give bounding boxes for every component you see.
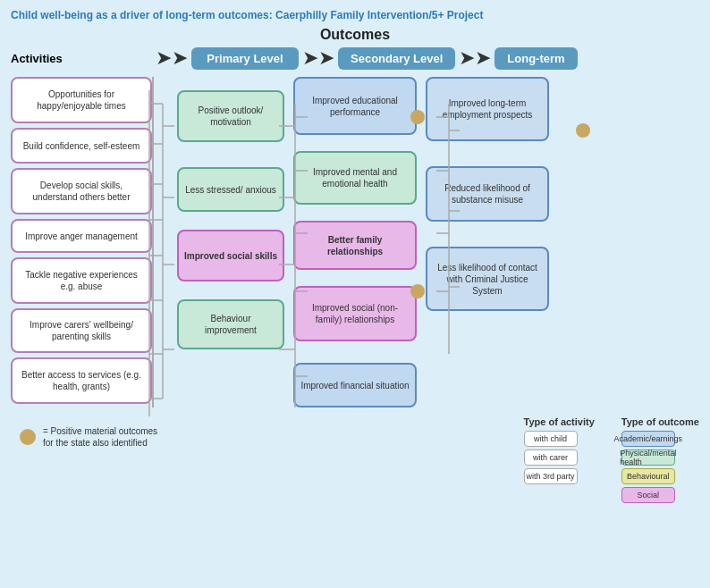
legend-academic: Academic/earnings <box>621 431 699 447</box>
legend-3rdparty: with 3rd party <box>524 468 595 484</box>
activities-header: Activities <box>11 52 152 65</box>
activity-5: Improve carers' wellbeing/ parenting ski… <box>11 308 152 353</box>
legend-type-outcome: Type of outcome Academic/earnings Physic… <box>621 416 699 506</box>
legend-child: with child <box>524 431 595 447</box>
legend-behavioural: Behavioural <box>621 468 699 484</box>
main-container: Child well-being as a driver of long-ter… <box>0 0 710 588</box>
dot-label: = Positive material outcomes for the sta… <box>43 425 159 449</box>
longterm-1: Reduced likelihood of substance misuse <box>426 166 549 222</box>
secondary-column: Improved educational performance Improve… <box>284 77 417 407</box>
legend-carer-box: with carer <box>524 449 578 466</box>
legend-type-activity: Type of activity with child with carer w… <box>524 416 595 487</box>
legend-3rdparty-box: with 3rd party <box>524 468 578 484</box>
secondary-1: Improved mental and emotional health <box>293 151 417 205</box>
header-row: Activities ➤➤ Primary Level ➤➤ Secondary… <box>11 46 699 70</box>
activity-6: Better access to services (e.g. health, … <box>11 357 152 404</box>
secondary-4: Improved financial situation <box>293 363 417 407</box>
svg-point-34 <box>576 123 590 138</box>
primary-0: Positive outlook/ motivation <box>177 90 284 142</box>
legend-physical: Physical/mental health <box>621 449 699 466</box>
diagram-wrapper: Opportunities for happy/enjoyable times … <box>11 77 699 407</box>
type-activity-title: Type of activity <box>524 416 595 427</box>
longterm-2: Less likelihood of contact with Criminal… <box>426 247 549 311</box>
arrow-1: ➤➤ <box>156 46 188 70</box>
page-title: Child well-being as a driver of long-ter… <box>11 9 699 21</box>
legend-physical-box: Physical/mental health <box>621 449 675 466</box>
primary-column: Positive outlook/ motivation Less stress… <box>168 77 284 407</box>
secondary-3: Improved social (non-family) relationshi… <box>293 286 417 341</box>
legend-social: Social <box>621 487 699 503</box>
legend-academic-box: Academic/earnings <box>621 431 675 447</box>
bracket-spacer <box>152 77 168 407</box>
activity-4: Tackle negative experiences e.g. abuse <box>11 257 152 304</box>
primary-header: Primary Level <box>191 47 299 70</box>
legend-behavioural-box: Behavioural <box>621 468 675 484</box>
secondary-2: Better family relationships <box>293 221 417 270</box>
activity-1: Build confidence, self-esteem <box>11 128 152 164</box>
gold-circle-icon <box>20 429 36 445</box>
legend-child-box: with child <box>524 431 578 447</box>
arrow-3: ➤➤ <box>459 46 491 70</box>
longterm-header: Long-term <box>494 47 577 70</box>
secondary-0: Improved educational performance <box>293 77 417 135</box>
primary-3: Behaviour improvement <box>177 299 284 349</box>
arrow-2: ➤➤ <box>302 46 334 70</box>
type-outcome-title: Type of outcome <box>621 416 699 427</box>
activity-3: Improve anger management <box>11 219 152 253</box>
outcomes-label: Outcomes <box>11 27 699 43</box>
activity-0: Opportunities for happy/enjoyable times <box>11 77 152 123</box>
legend-carer: with carer <box>524 449 595 466</box>
legend-dot-section: = Positive material outcomes for the sta… <box>20 425 488 449</box>
legend-social-box: Social <box>621 487 675 503</box>
longterm-column: Improved long-term employment prospects … <box>417 77 549 407</box>
primary-1: Less stressed/ anxious <box>177 167 284 212</box>
primary-2: Improved social skills <box>177 230 284 281</box>
secondary-header: Secondary Level <box>338 47 455 70</box>
legend-area: = Positive material outcomes for the sta… <box>11 416 699 506</box>
activity-2: Develop social skills, understand others… <box>11 168 152 214</box>
longterm-0: Improved long-term employment prospects <box>426 77 549 141</box>
activities-column: Opportunities for happy/enjoyable times … <box>11 77 152 407</box>
